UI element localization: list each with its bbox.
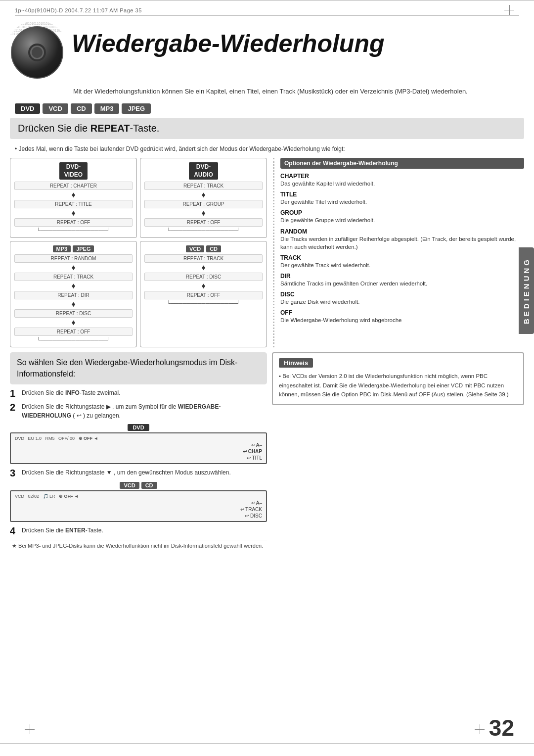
- vcd-menu-disc: ↩ DISC: [245, 513, 262, 519]
- vcd-badge: VCD: [186, 245, 204, 252]
- option-chapter: CHAPTER Das gewählte Kapitel wird wieder…: [280, 173, 524, 188]
- option-disc-desc: Die ganze Disk wird wiederholt.: [280, 298, 524, 306]
- flow-item: REPEAT : DISC: [144, 273, 263, 281]
- section1-note: • Jedes Mal, wenn die Taste bei laufende…: [0, 143, 534, 156]
- dvd-menu-titl: ↩ TITL: [247, 455, 262, 461]
- footnote: ★ Bei MP3- und JPEG-Disks kann die Wiede…: [10, 540, 267, 550]
- flow-item: REPEAT : DIR: [14, 291, 133, 299]
- crosshair-bottom-left-icon: [25, 724, 35, 734]
- options-panel: Optionen der Wiedergabe-Wiederholung CHA…: [280, 158, 524, 328]
- hinweis-text: • Bei VCDs der Version 2.0 ist die Wiede…: [279, 372, 517, 399]
- vcd-menu-a: ↩ A–: [251, 500, 262, 506]
- option-dir: DIR Sämtliche Tracks im gewählten Ordner…: [280, 273, 524, 287]
- option-chapter-label: CHAPTER: [280, 173, 524, 180]
- option-track-label: TRACK: [280, 254, 524, 261]
- option-random: RANDOM Die Tracks werden in zufälliger R…: [280, 228, 524, 251]
- flow-item: REPEAT : TITLE: [14, 200, 133, 208]
- footer-line: [0, 743, 534, 744]
- dvd-video-title: DVD-VIDEO: [59, 162, 88, 180]
- flow-item: REPEAT : TRACK: [14, 273, 133, 281]
- option-disc-label: DISC: [280, 291, 524, 298]
- option-off-desc: Die Wiedergabe-Wiederholung wird abgebro…: [280, 316, 524, 324]
- dvd-audio-title: DVD-AUDIO: [189, 162, 218, 180]
- section1-heading: Drücken Sie die REPEAT-Taste.: [18, 123, 159, 134]
- page-header: 1p~40p(910HD)-D 2004.7.22 11:07 AM Page …: [0, 0, 534, 16]
- step-2: 2 Drücken Sie die Richtungstaste ▶ , um …: [10, 402, 267, 420]
- option-title-label: TITLE: [280, 191, 524, 198]
- crosshair-top-right-icon: [504, 5, 514, 15]
- flow-item: REPEAT : RANDOM: [14, 254, 133, 263]
- subtitle-text: Mit der Wiederholungsfunktion können Sie…: [0, 85, 534, 100]
- flow-item: REPEAT : TRACK: [144, 182, 263, 190]
- badge-mp3: MP3: [94, 103, 120, 114]
- dvd-display-badge: DVD: [10, 424, 267, 431]
- vcd-menu-track: ↩ TRACK: [240, 507, 263, 512]
- option-disc: DISC Die ganze Disk wird wiederholt.: [280, 291, 524, 306]
- cd-badge: CD: [206, 245, 221, 252]
- option-group: GROUP Die gewählte Gruppe wird wiederhol…: [280, 209, 524, 224]
- diagram-dvd-video: DVD-VIDEO REPEAT : CHAPTER ♦ REPEAT : TI…: [10, 158, 137, 238]
- step-3-num: 3: [10, 468, 19, 478]
- dvd-menu-chap: ↩ CHAP: [243, 449, 262, 454]
- vcd-display-row1: VCD 02/02 🎵 LR ⊕ OFF ◄: [15, 494, 262, 499]
- bottom-section: So wählen Sie den Wiedergabe-Wiederholun…: [10, 352, 524, 550]
- option-track: TRACK Der gewählte Track wird wiederholt…: [280, 254, 524, 269]
- bottom-right: Hinweis • Bei VCDs der Version 2.0 ist d…: [272, 352, 524, 405]
- step-2-text: Drücken Sie die Richtungstaste ▶ , um zu…: [22, 402, 267, 420]
- crosshair-bottom-right-icon: [475, 724, 485, 734]
- diagram-vcd-cd: VCD CD REPEAT : TRACK ♦ REPEAT : DISC ♦ …: [140, 241, 267, 347]
- logo-circle: 0101011010101010110101010101101010101011…: [5, 20, 69, 85]
- badge-jpeg: JPEG: [122, 103, 151, 114]
- dvd-display: DVD EU 1.0 RM5 OFF/ 00 ⊕ OFF ◄ ↩ A– ↩ CH…: [10, 432, 267, 464]
- diagrams-area: DVD-VIDEO REPEAT : CHAPTER ♦ REPEAT : TI…: [10, 158, 267, 347]
- bedienung-sidebar: BEDIENUNG: [519, 247, 534, 334]
- flow-item: REPEAT : DISC: [14, 309, 133, 318]
- option-dir-label: DIR: [280, 273, 524, 280]
- vcd-cd-display-badges: VCD CD: [10, 482, 267, 489]
- option-dir-desc: Sämtliche Tracks im gewählten Ordner wer…: [280, 280, 524, 287]
- flow-item: REPEAT : OFF: [144, 218, 263, 227]
- step-4-text: Drücken Sie die ENTER-Taste.: [22, 526, 103, 535]
- title-section: 0101011010101010110101010101101010101011…: [0, 18, 534, 85]
- option-group-label: GROUP: [280, 209, 524, 216]
- flow-item: REPEAT : GROUP: [144, 200, 263, 208]
- step-4-num: 4: [10, 526, 19, 536]
- options-title: Optionen der Wiedergabe-Wiederholung: [280, 158, 524, 169]
- option-random-desc: Die Tracks werden in zufälliger Reihenfo…: [280, 235, 524, 251]
- badge-vcd: VCD: [43, 103, 68, 114]
- step-2-num: 2: [10, 402, 19, 412]
- page-number: 32: [489, 714, 514, 741]
- bottom-left: So wählen Sie den Wiedergabe-Wiederholun…: [10, 352, 267, 550]
- option-title-desc: Der gewählte Titel wird wiederholt.: [280, 198, 524, 206]
- hinweis-box: Hinweis • Bei VCDs der Version 2.0 ist d…: [272, 352, 524, 405]
- section2-box: So wählen Sie den Wiedergabe-Wiederholun…: [10, 352, 267, 384]
- jpeg-badge: JPEG: [73, 245, 94, 252]
- option-off-label: OFF: [280, 309, 524, 316]
- option-random-label: RANDOM: [280, 228, 524, 235]
- steps-list: 1 Drücken Sie die INFO-Taste zweimal. 2 …: [10, 388, 267, 550]
- vcd-display: VCD 02/02 🎵 LR ⊕ OFF ◄ ↩ A– ↩ TRACK ↩ DI…: [10, 490, 267, 522]
- page-title: Wiedergabe-Wiederholung: [72, 30, 384, 57]
- flow-item: REPEAT : OFF: [14, 218, 133, 227]
- dots-separator: [273, 158, 274, 347]
- step-4: 4 Drücken Sie die ENTER-Taste.: [10, 526, 267, 536]
- step-1: 1 Drücken Sie die INFO-Taste zweimal.: [10, 388, 267, 398]
- option-off: OFF Die Wiedergabe-Wiederholung wird abg…: [280, 309, 524, 324]
- step-3-text: Drücken Sie die Richtungstaste ▼ , um de…: [22, 468, 231, 477]
- format-badges: DVD VCD CD MP3 JPEG: [15, 103, 534, 114]
- option-title: TITLE Der gewählte Titel wird wiederholt…: [280, 191, 524, 206]
- step-1-num: 1: [10, 388, 19, 398]
- option-chapter-desc: Das gewählte Kapitel wird wiederholt.: [280, 180, 524, 188]
- steps-text: 1 Drücken Sie die INFO-Taste zweimal. 2 …: [10, 388, 267, 550]
- step-3: 3 Drücken Sie die Richtungstaste ▼ , um …: [10, 468, 267, 478]
- option-track-desc: Der gewählte Track wird wiederholt.: [280, 261, 524, 269]
- flow-item: REPEAT : CHAPTER: [14, 182, 133, 190]
- flow-item: REPEAT : OFF: [14, 328, 133, 336]
- badge-cd: CD: [71, 103, 92, 114]
- hinweis-title: Hinweis: [279, 358, 313, 368]
- badge-dvd: DVD: [15, 103, 40, 114]
- dvd-menu-a: ↩ A–: [251, 442, 262, 448]
- step-1-text: Drücken Sie die INFO-Taste zweimal.: [22, 388, 120, 397]
- main-content: DVD-VIDEO REPEAT : CHAPTER ♦ REPEAT : TI…: [10, 158, 524, 347]
- section1-box: Drücken Sie die REPEAT-Taste.: [10, 118, 524, 139]
